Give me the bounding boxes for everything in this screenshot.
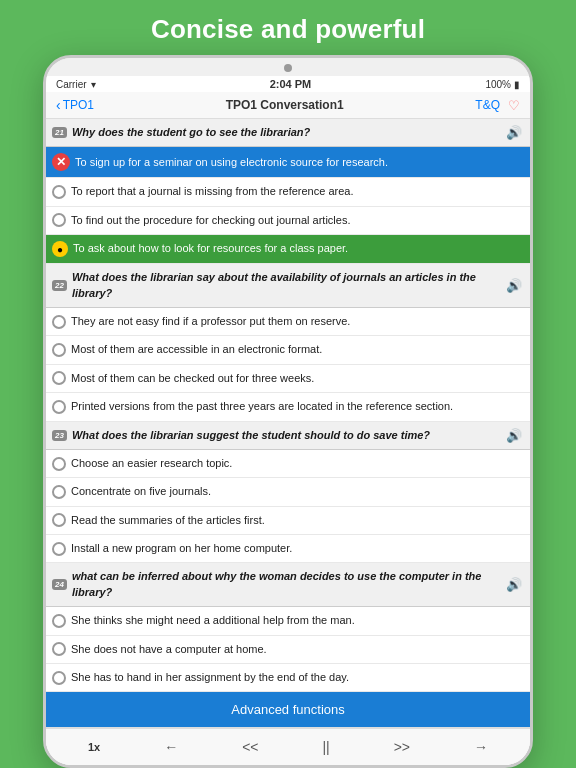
forward-button[interactable]: >> [386,735,418,759]
correct-icon: ● [52,241,68,257]
circle-icon-4c [52,671,66,685]
answer-2d-text: Printed versions from the past three yea… [71,399,522,414]
status-bar: Carrier ▾ 2:04 PM 100% ▮ [46,76,530,92]
answer-1c[interactable]: To find out the procedure for checking o… [46,207,530,235]
pause-button[interactable]: || [314,735,337,759]
circle-icon-2d [52,400,66,414]
answer-2b[interactable]: Most of them are accessible in an electr… [46,336,530,364]
device-frame: Carrier ▾ 2:04 PM 100% ▮ ‹ TPO1 TPO1 Con… [43,55,533,768]
nav-back-button[interactable]: ‹ TPO1 [56,97,94,113]
answer-1b[interactable]: To report that a journal is missing from… [46,178,530,206]
question-row-1[interactable]: 21 Why does the student go to see the li… [46,119,530,147]
answer-1a[interactable]: ✕ To sign up for a seminar on using elec… [46,147,530,178]
circle-icon-3b [52,485,66,499]
question-row-2[interactable]: 22 What does the librarian say about the… [46,264,530,308]
status-carrier: Carrier ▾ [56,79,96,90]
q4-audio-icon[interactable]: 🔊 [506,577,522,592]
answer-4b[interactable]: She does not have a computer at home. [46,636,530,664]
page-title: Concise and powerful [131,0,445,55]
answer-4a[interactable]: She thinks she might need a additional h… [46,607,530,635]
answer-3d-text: Install a new program on her home comput… [71,541,522,556]
circle-icon-2b [52,343,66,357]
answer-2c[interactable]: Most of them can be checked out for thre… [46,365,530,393]
wifi-icon: ▾ [91,79,96,90]
answer-3a[interactable]: Choose an easier research topic. [46,450,530,478]
battery-icon: ▮ [514,79,520,90]
device-top [46,58,530,76]
circle-icon-3a [52,457,66,471]
q4-badge: 24 [52,579,67,590]
circle-icon-1c [52,213,66,227]
answer-2a[interactable]: They are not easy find if a professor pu… [46,308,530,336]
q1-badge: 21 [52,127,67,138]
status-time: 2:04 PM [270,78,312,90]
answer-1c-text: To find out the procedure for checking o… [71,213,522,228]
nav-title: TPO1 Conversation1 [226,98,344,112]
circle-icon-2c [52,371,66,385]
circle-icon-3d [52,542,66,556]
q1-text: Why does the student go to see the libra… [72,125,500,140]
answer-3c-text: Read the summaries of the articles first… [71,513,522,528]
nav-bar: ‹ TPO1 TPO1 Conversation1 T&Q ♡ [46,92,530,119]
tq-button[interactable]: T&Q [475,98,500,112]
answer-4c-text: She has to hand in her assignment by the… [71,670,522,685]
question-list: 21 Why does the student go to see the li… [46,119,530,692]
circle-icon-1b [52,185,66,199]
answer-2d[interactable]: Printed versions from the past three yea… [46,393,530,421]
q4-text: what can be inferred about why the woman… [72,569,500,600]
content-area: 21 Why does the student go to see the li… [46,119,530,765]
answer-3b-text: Concentrate on five journals. [71,484,522,499]
q3-text: What does the librarian suggest the stud… [72,428,500,443]
circle-icon-4a [52,614,66,628]
q3-audio-icon[interactable]: 🔊 [506,428,522,443]
answer-1a-text: To sign up for a seminar on using electr… [75,155,522,170]
speed-button[interactable]: 1x [80,737,108,757]
answer-1d-text: To ask about how to look for resources f… [73,241,522,256]
bottom-toolbar: 1x ← << || >> → [46,728,530,765]
answer-2c-text: Most of them can be checked out for thre… [71,371,522,386]
q3-badge: 23 [52,430,67,441]
answer-2a-text: They are not easy find if a professor pu… [71,314,522,329]
q2-text: What does the librarian say about the av… [72,270,500,301]
answer-3b[interactable]: Concentrate on five journals. [46,478,530,506]
answer-1d[interactable]: ● To ask about how to look for resources… [46,235,530,264]
q2-badge: 22 [52,280,67,291]
answer-3a-text: Choose an easier research topic. [71,456,522,471]
answer-4b-text: She does not have a computer at home. [71,642,522,657]
circle-icon-2a [52,315,66,329]
q2-audio-icon[interactable]: 🔊 [506,278,522,293]
circle-icon-4b [52,642,66,656]
advanced-functions-button[interactable]: Advanced functions [46,692,530,728]
answer-3d[interactable]: Install a new program on her home comput… [46,535,530,563]
answer-1b-text: To report that a journal is missing from… [71,184,522,199]
answer-4c[interactable]: She has to hand in her assignment by the… [46,664,530,692]
favorite-button[interactable]: ♡ [508,98,520,113]
nav-right-controls: T&Q ♡ [475,98,520,113]
q1-audio-icon[interactable]: 🔊 [506,125,522,140]
rewind-button[interactable]: << [234,735,266,759]
nav-back-label: TPO1 [63,98,94,112]
circle-icon-3c [52,513,66,527]
back-arrow-icon: ‹ [56,97,61,113]
question-row-4[interactable]: 24 what can be inferred about why the wo… [46,563,530,607]
answer-2b-text: Most of them are accessible in an electr… [71,342,522,357]
status-battery: 100% ▮ [485,79,520,90]
answer-3c[interactable]: Read the summaries of the articles first… [46,507,530,535]
answer-4a-text: She thinks she might need a additional h… [71,613,522,628]
wrong-icon: ✕ [52,153,70,171]
next-button[interactable]: → [466,735,496,759]
device-camera [284,64,292,72]
question-row-3[interactable]: 23 What does the librarian suggest the s… [46,422,530,450]
back-button[interactable]: ← [156,735,186,759]
